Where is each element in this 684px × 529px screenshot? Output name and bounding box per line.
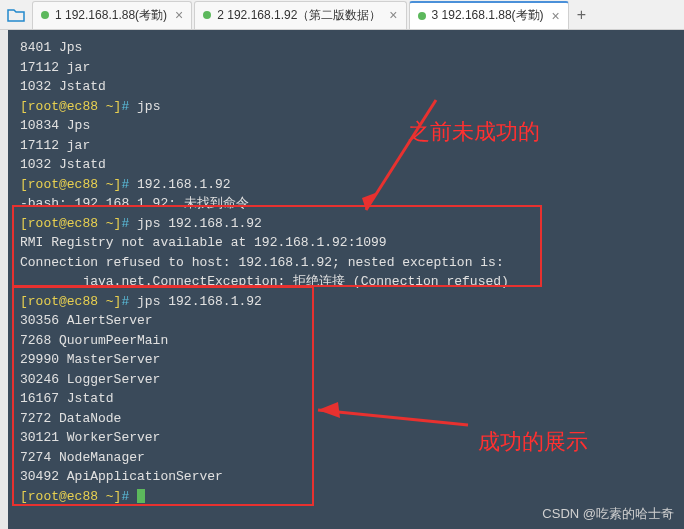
status-dot-icon [41, 11, 49, 19]
terminal-line: 10834 Jps [20, 116, 672, 136]
folder-icon[interactable] [4, 3, 28, 27]
close-icon[interactable]: × [552, 8, 560, 24]
terminal-line: 30246 LoggerServer [20, 370, 672, 390]
terminal-line: Connection refused to host: 192.168.1.92… [20, 253, 672, 273]
terminal-line: 17112 jar [20, 136, 672, 156]
terminal-line: [root@ec88 ~]# jps [20, 97, 672, 117]
terminal-line: 17112 jar [20, 58, 672, 78]
tab-label: 2 192.168.1.92（第二版数据） [217, 7, 381, 24]
tab-bar: 1 192.168.1.88(考勤) × 2 192.168.1.92（第二版数… [0, 0, 684, 30]
terminal-line: 30356 AlertServer [20, 311, 672, 331]
status-dot-icon [203, 11, 211, 19]
status-dot-icon [418, 12, 426, 20]
terminal-line: 7274 NodeManager [20, 448, 672, 468]
terminal[interactable]: 8401 Jps17112 jar1032 Jstatd[root@ec88 ~… [8, 30, 684, 529]
terminal-line: 30121 WorkerServer [20, 428, 672, 448]
terminal-line: 7268 QuorumPeerMain [20, 331, 672, 351]
terminal-line: 30492 ApiApplicationServer [20, 467, 672, 487]
terminal-line: [root@ec88 ~]# jps 192.168.1.92 [20, 214, 672, 234]
tab-3[interactable]: 3 192.168.1.88(考勤) × [409, 1, 569, 29]
terminal-output: 8401 Jps17112 jar1032 Jstatd[root@ec88 ~… [20, 38, 672, 506]
terminal-line: 1032 Jstatd [20, 77, 672, 97]
tab-1[interactable]: 1 192.168.1.88(考勤) × [32, 1, 192, 29]
terminal-line: [root@ec88 ~]# 192.168.1.92 [20, 175, 672, 195]
terminal-line: java.net.ConnectException: 拒绝连接 (Connect… [20, 272, 672, 292]
terminal-line: 16167 Jstatd [20, 389, 672, 409]
tab-label: 3 192.168.1.88(考勤) [432, 7, 544, 24]
terminal-line: -bash: 192.168.1.92: 未找到命令 [20, 194, 672, 214]
close-icon[interactable]: × [175, 7, 183, 23]
tab-label: 1 192.168.1.88(考勤) [55, 7, 167, 24]
terminal-line: [root@ec88 ~]# jps 192.168.1.92 [20, 292, 672, 312]
terminal-line: RMI Registry not available at 192.168.1.… [20, 233, 672, 253]
terminal-line: 7272 DataNode [20, 409, 672, 429]
tab-2[interactable]: 2 192.168.1.92（第二版数据） × [194, 1, 406, 29]
terminal-line: 29990 MasterServer [20, 350, 672, 370]
terminal-line: 8401 Jps [20, 38, 672, 58]
terminal-line: 1032 Jstatd [20, 155, 672, 175]
cursor-icon [137, 489, 145, 503]
add-tab-button[interactable]: + [571, 6, 592, 24]
watermark: CSDN @吃素的哈士奇 [542, 504, 674, 524]
close-icon[interactable]: × [389, 7, 397, 23]
